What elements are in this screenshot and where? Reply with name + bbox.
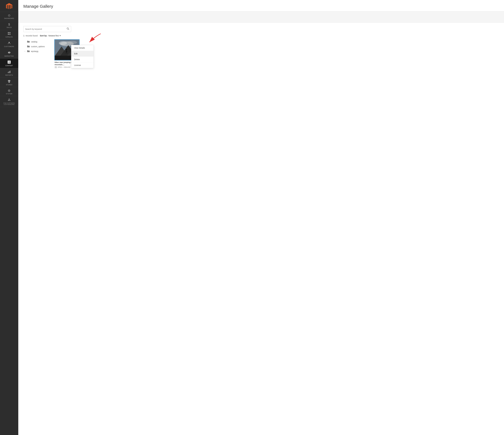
sidebar: ⊙ DASHBOARD $ SALES CATALOG CUSTOMERS: [0, 0, 18, 435]
svg-point-6: [9, 42, 10, 43]
folder-expand-custom: [24, 45, 26, 47]
content-area: 1 records found Sort by: Newest first ▼: [18, 23, 504, 435]
catalog-icon: [8, 32, 11, 35]
partners-icon: [8, 98, 11, 102]
folder-item-catalog[interactable]: catalog: [23, 39, 52, 44]
folder-name-custom-options: custom_options: [31, 45, 45, 48]
customers-icon: [8, 42, 11, 45]
search-button[interactable]: [65, 27, 69, 31]
image-card-menu-button[interactable]: ···: [77, 41, 79, 43]
svg-rect-13: [9, 62, 10, 63]
context-menu-item-view-details[interactable]: View Details: [71, 45, 93, 51]
svg-rect-3: [9, 32, 10, 33]
sidebar-item-sales[interactable]: $ SALES: [0, 21, 18, 30]
svg-rect-14: [8, 72, 9, 73]
svg-point-33: [66, 49, 67, 50]
sort-select[interactable]: Newest first ▼: [48, 35, 61, 37]
svg-line-24: [68, 29, 69, 30]
magento-logo-icon: [6, 2, 13, 10]
sales-icon: $: [8, 23, 10, 26]
sidebar-label-customers: CUSTOMERS: [4, 46, 14, 47]
svg-point-20: [9, 99, 9, 99]
toolbar-area: [18, 11, 504, 23]
sidebar-label-stores: STORES: [6, 84, 12, 86]
records-label: records found: [26, 35, 38, 37]
sidebar-item-reports[interactable]: REPORTS: [0, 68, 18, 78]
folder-name-wysiwyg: wysiwyg: [31, 50, 38, 52]
sidebar-label-dashboard: DASHBOARD: [4, 18, 14, 19]
main-content: Manage Gallery 1 records found Sort by:: [18, 0, 504, 435]
records-count: 1: [23, 35, 25, 37]
sidebar-label-reports: REPORTS: [5, 74, 13, 76]
context-menu-item-license[interactable]: License: [71, 62, 93, 68]
sidebar-label-marketing: MARKETING: [4, 55, 14, 57]
sort-label: Sort by:: [40, 35, 47, 37]
sidebar-label-catalog: CATALOG: [6, 36, 13, 38]
svg-rect-17: [9, 81, 10, 83]
sidebar-item-catalog[interactable]: CATALOG: [0, 30, 18, 39]
records-info: 1 records found Sort by: Newest first ▼: [23, 35, 499, 37]
svg-marker-1: [8, 4, 10, 9]
search-input[interactable]: [25, 28, 65, 30]
folder-tree: catalog custom_options ›: [23, 39, 54, 69]
folder-name-catalog: catalog: [31, 41, 37, 43]
svg-rect-4: [8, 34, 9, 35]
sidebar-item-partners[interactable]: FIND PARTNERS& EXTENSIONS: [0, 96, 18, 107]
content-icon: [8, 61, 11, 64]
folder-icon-custom: [27, 45, 30, 48]
svg-line-21: [9, 99, 9, 100]
sidebar-label-system: SYSTEM: [6, 93, 12, 95]
svg-point-18: [8, 100, 9, 101]
sidebar-label-sales: SALES: [7, 27, 12, 28]
context-menu: View Details Edit Delete License: [71, 45, 94, 68]
svg-rect-10: [8, 61, 9, 62]
svg-rect-16: [10, 71, 10, 73]
svg-rect-12: [8, 62, 9, 63]
folder-icon-wysiwyg: [27, 50, 30, 53]
sort-arrow-icon: ▼: [59, 35, 61, 37]
svg-rect-2: [8, 32, 9, 33]
sidebar-item-customers[interactable]: CUSTOMERS: [0, 39, 18, 49]
svg-rect-8: [10, 52, 10, 53]
svg-rect-5: [9, 34, 10, 35]
sidebar-item-stores[interactable]: STORES: [0, 78, 18, 87]
reports-icon: [8, 70, 11, 74]
search-icon: [66, 27, 69, 30]
svg-marker-0: [6, 3, 12, 9]
svg-line-22: [9, 99, 10, 100]
image-format: JPEG: [58, 66, 62, 68]
svg-point-27: [59, 41, 67, 45]
svg-rect-15: [9, 71, 9, 73]
sidebar-label-partners: FIND PARTNERS& EXTENSIONS: [3, 103, 15, 105]
svg-rect-11: [9, 61, 10, 62]
system-icon: ⚙: [8, 89, 11, 92]
page-header: Manage Gallery: [18, 0, 504, 11]
folder-expand-wysiwyg: ›: [24, 50, 26, 52]
svg-marker-7: [8, 52, 9, 54]
stock-badge: St: [54, 66, 57, 68]
sidebar-item-marketing[interactable]: MARKETING: [0, 49, 18, 59]
logo-container: [0, 0, 18, 12]
folder-item-custom-options[interactable]: custom_options: [23, 44, 52, 49]
image-grid: Hiker man jumping over the mountain.... …: [54, 39, 499, 69]
page-title: Manage Gallery: [23, 4, 499, 9]
folder-item-wysiwyg[interactable]: › wysiwyg: [23, 49, 52, 54]
sidebar-label-content: CONTENT: [5, 65, 13, 67]
sidebar-item-content[interactable]: CONTENT: [0, 59, 18, 68]
image-dot: •: [63, 66, 63, 68]
image-card-area: Hiker man jumping over the mountain.... …: [54, 39, 80, 69]
marketing-icon: [8, 51, 11, 55]
folder-expand-catalog: [24, 41, 26, 43]
sidebar-item-dashboard[interactable]: ⊙ DASHBOARD: [0, 12, 18, 21]
search-bar: [23, 26, 71, 32]
svg-point-19: [9, 100, 10, 101]
search-bar-container: [23, 26, 499, 32]
gallery-layout: catalog custom_options ›: [23, 39, 499, 69]
context-menu-item-delete[interactable]: Delete: [71, 57, 93, 62]
image-dimensions: 500x319: [64, 66, 70, 68]
dashboard-icon: ⊙: [8, 14, 10, 17]
folder-icon-catalog: [27, 40, 30, 43]
context-menu-item-edit[interactable]: Edit: [71, 51, 93, 57]
sort-value: Newest first: [48, 35, 59, 37]
sidebar-item-system[interactable]: ⚙ SYSTEM: [0, 87, 18, 96]
